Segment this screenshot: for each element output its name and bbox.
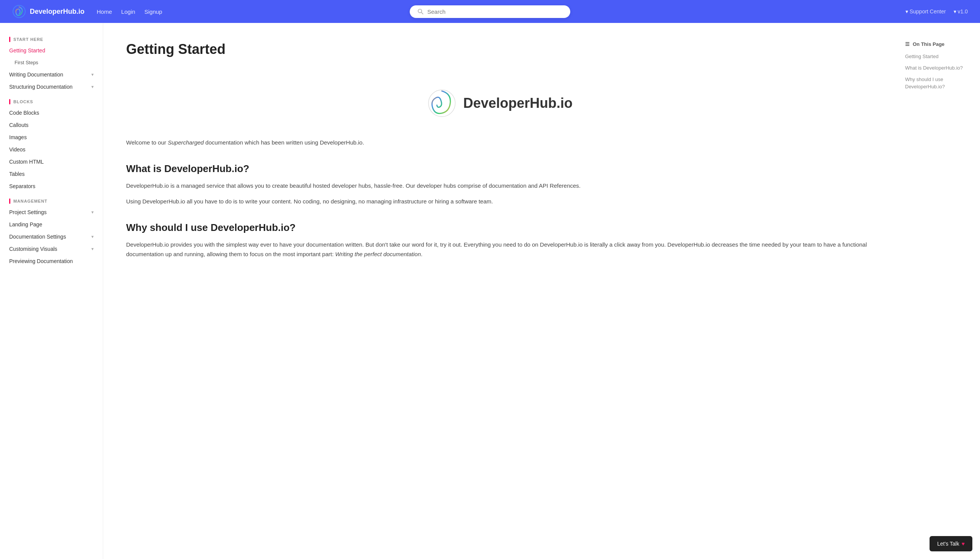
- nav-home[interactable]: Home: [97, 8, 112, 15]
- sidebar-item-structuring-documentation[interactable]: Structuring Documentation ▾: [0, 81, 103, 93]
- support-center-link[interactable]: ▾ Support Center: [906, 8, 946, 15]
- chevron-down-icon: ▾: [91, 210, 94, 215]
- on-this-page-title: ☰ On This Page: [905, 41, 971, 47]
- chevron-down-icon: ▾: [91, 246, 94, 251]
- chevron-down-icon: ▾: [91, 72, 94, 77]
- sidebar-item-separators[interactable]: Separators: [0, 180, 103, 192]
- why-italic: Writing the perfect documentation: [335, 251, 421, 257]
- sidebar-section-blocks: BLOCKS: [0, 93, 103, 107]
- brand-logo-section: DeveloperHub.io: [126, 73, 873, 138]
- what-is-heading: What is DeveloperHub.io?: [126, 163, 873, 175]
- on-this-page-link-1[interactable]: Getting Started: [905, 53, 971, 60]
- layout: START HERE Getting Started First Steps W…: [0, 23, 980, 559]
- search-input[interactable]: [427, 8, 563, 15]
- spiral-logo-icon: [427, 88, 457, 119]
- sidebar-item-project-settings[interactable]: Project Settings ▾: [0, 206, 103, 218]
- lets-talk-button[interactable]: Let's Talk ♥: [930, 536, 972, 551]
- list-icon: ☰: [905, 41, 910, 47]
- intro-paragraph: Welcome to our Supercharged documentatio…: [126, 138, 873, 147]
- sidebar-item-landing-page[interactable]: Landing Page: [0, 218, 103, 231]
- sidebar-item-videos[interactable]: Videos: [0, 143, 103, 155]
- brand-logo-icon: [12, 5, 26, 18]
- main-content: Getting Started DeveloperHub.io W: [103, 23, 896, 559]
- nav-signup[interactable]: Signup: [145, 8, 162, 15]
- search-icon: [417, 8, 424, 15]
- version-label: ▾ v1.0: [954, 8, 968, 15]
- sidebar: START HERE Getting Started First Steps W…: [0, 23, 103, 559]
- nav-login[interactable]: Login: [121, 8, 135, 15]
- chevron-down-icon: ▾: [91, 84, 94, 89]
- sidebar-section-management: MANAGEMENT: [0, 192, 103, 206]
- lets-talk-label: Let's Talk: [937, 541, 959, 547]
- what-is-para2: Using DeveloperHub.io all you have to do…: [126, 197, 873, 207]
- svg-line-2: [421, 12, 423, 14]
- sidebar-item-custom-html[interactable]: Custom HTML: [0, 155, 103, 168]
- on-this-page-link-2[interactable]: What is DeveloperHub.io?: [905, 64, 971, 71]
- sidebar-item-customising-visuals[interactable]: Customising Visuals ▾: [0, 243, 103, 255]
- sidebar-item-first-steps[interactable]: First Steps: [0, 56, 103, 68]
- what-is-para1: DeveloperHub.io is a managed service tha…: [126, 181, 873, 191]
- sidebar-item-tables[interactable]: Tables: [0, 168, 103, 180]
- sidebar-item-writing-documentation[interactable]: Writing Documentation ▾: [0, 68, 103, 81]
- on-this-page-link-3[interactable]: Why should I use DeveloperHub.io?: [905, 76, 971, 90]
- navbar-brand[interactable]: DeveloperHub.io: [12, 5, 84, 18]
- why-section: Why should I use DeveloperHub.io? Develo…: [126, 222, 873, 259]
- sidebar-item-documentation-settings[interactable]: Documentation Settings ▾: [0, 231, 103, 243]
- right-panel: ☰ On This Page Getting Started What is D…: [896, 23, 980, 559]
- sidebar-item-getting-started[interactable]: Getting Started: [0, 45, 103, 56]
- sidebar-item-images[interactable]: Images: [0, 131, 103, 143]
- sidebar-item-previewing-documentation[interactable]: Previewing Documentation: [0, 255, 103, 267]
- sidebar-item-code-blocks[interactable]: Code Blocks: [0, 107, 103, 119]
- on-this-page-links: Getting Started What is DeveloperHub.io?…: [905, 53, 971, 90]
- why-para1: DeveloperHub.io provides you with the si…: [126, 240, 873, 259]
- intro-section: Welcome to our Supercharged documentatio…: [126, 138, 873, 147]
- search-bar: [410, 5, 570, 18]
- what-is-section: What is DeveloperHub.io? DeveloperHub.io…: [126, 163, 873, 207]
- intro-italic: Supercharged: [168, 139, 204, 146]
- heart-icon: ♥: [962, 541, 965, 547]
- brand-name: DeveloperHub.io: [30, 8, 84, 16]
- sidebar-item-callouts[interactable]: Callouts: [0, 119, 103, 131]
- page-title: Getting Started: [126, 41, 873, 57]
- why-heading: Why should I use DeveloperHub.io?: [126, 222, 873, 233]
- brand-display-name: DeveloperHub.io: [463, 95, 572, 111]
- chevron-down-icon: ▾: [91, 234, 94, 239]
- navbar-right: ▾ Support Center ▾ v1.0: [906, 8, 968, 15]
- sidebar-section-start-here: START HERE: [0, 31, 103, 45]
